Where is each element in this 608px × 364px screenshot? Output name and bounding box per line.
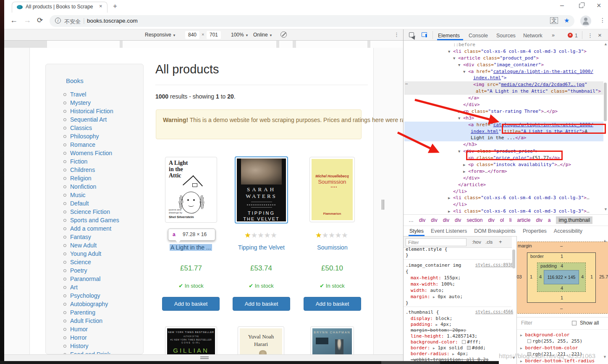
zoom-select[interactable]: 100% ▼ xyxy=(231,32,249,38)
css-declaration[interactable]: line-height: 1.42857143; xyxy=(411,333,477,339)
sidebar-item[interactable]: Science xyxy=(59,258,143,266)
sidebar-item[interactable]: Sequential Art xyxy=(59,115,143,124)
sidebar-item[interactable]: Religion xyxy=(59,174,143,182)
attribute-link[interactable]: index.html xyxy=(473,75,501,81)
devtools-close-icon[interactable]: × xyxy=(598,31,602,39)
css-declaration[interactable]: width: auto; xyxy=(411,288,444,293)
expander-icon[interactable]: ▼ xyxy=(453,55,458,62)
tree-node[interactable]: </article> xyxy=(404,182,603,188)
product-image-5[interactable]: Yuval Noah Harari xyxy=(238,326,284,354)
product-image-2[interactable]: SARAH WATERS TIPPING THE VELVET xyxy=(235,156,288,224)
hov-toggle[interactable]: :hov xyxy=(472,239,481,244)
tree-node[interactable]: </li> xyxy=(404,188,603,195)
sidebar-item[interactable]: Fantasy xyxy=(59,233,143,241)
breadcrumb-item-selected[interactable]: img.thumbnail xyxy=(556,216,592,224)
sidebar-item[interactable]: Add a comment xyxy=(59,224,143,233)
stylesheet-link[interactable]: styles.css:8930 xyxy=(475,263,513,267)
show-all-checkbox[interactable] xyxy=(572,321,577,325)
product-image-6[interactable]: BRYNN CHAPMAN xyxy=(310,326,354,354)
css-selector[interactable]: .thumbnail { xyxy=(406,309,439,315)
breadcrumb-item[interactable]: div xyxy=(488,217,494,223)
sidebar-item[interactable]: Horror xyxy=(59,333,143,342)
color-swatch[interactable] xyxy=(467,346,471,350)
scrollbar-down-arrow[interactable]: ▼ xyxy=(603,355,607,359)
tree-node-hovered[interactable]: <img src="media/cache/2c/da/2cdad67….jpg… xyxy=(404,81,603,88)
cls-toggle[interactable]: .cls xyxy=(485,239,493,244)
sidebar-item[interactable]: Autobiography xyxy=(59,300,143,308)
add-to-basket-button[interactable]: Add to basket xyxy=(233,297,290,311)
tab-network[interactable]: Network xyxy=(523,33,542,39)
product-title[interactable]: Soumission xyxy=(304,244,361,251)
browser-menu-icon[interactable]: ⋮ xyxy=(600,17,605,23)
styles-filter-input[interactable]: Filter xyxy=(406,238,466,246)
breadcrumb-item[interactable]: section xyxy=(466,217,482,223)
css-rule-element-style[interactable]: element.style { xyxy=(406,247,447,252)
expander-icon[interactable]: ▼ xyxy=(463,69,468,75)
computed-filter-input[interactable]: Filter xyxy=(521,320,532,326)
css-declaration[interactable]: background-color: #fff; xyxy=(411,339,481,345)
tree-node[interactable]: ▶<form>…</form> xyxy=(404,168,603,175)
tree-node[interactable]: </li> xyxy=(404,201,603,208)
add-to-basket-button[interactable]: Add to basket xyxy=(162,297,220,311)
sidebar-item[interactable]: Nonfiction xyxy=(59,182,143,191)
color-swatch[interactable] xyxy=(462,340,466,344)
sidebar-item[interactable]: Travel xyxy=(59,90,143,99)
sidebar-item[interactable]: Science Fiction xyxy=(59,208,143,216)
viewport-height-input[interactable]: 701 xyxy=(207,31,221,39)
css-declaration[interactable]: border: ▶ 1px solid #ddd; xyxy=(411,345,486,351)
css-declaration[interactable]: border-radius: ▶ 4px; xyxy=(411,351,468,356)
css-declaration[interactable]: max-width: 100%; xyxy=(411,281,455,287)
sidebar-item[interactable]: Psychology xyxy=(59,291,143,300)
sidebar-item[interactable]: Adult Fiction xyxy=(59,317,143,325)
security-label[interactable]: 不安全 xyxy=(64,18,81,26)
attribute-link[interactable]: media/cache/2c/da/2cdad67….jpg xyxy=(501,82,584,87)
breadcrumb-item[interactable]: a xyxy=(548,217,551,223)
close-window-button[interactable]: × xyxy=(597,1,601,10)
sidebar-item[interactable]: Classics xyxy=(59,124,143,132)
stylesheet-link[interactable]: styles.css:4566 xyxy=(475,309,513,314)
sidebar-item[interactable]: Romance xyxy=(59,140,143,149)
devtools-menu-icon[interactable]: ⋮ xyxy=(587,32,593,39)
sidebar-item[interactable]: Young Adult xyxy=(59,250,143,258)
tab-console[interactable]: Console xyxy=(469,33,488,39)
css-declaration[interactable]: max-height: 155px; xyxy=(411,275,461,281)
sidebar-item[interactable]: Food and Drink xyxy=(59,350,143,354)
forward-icon[interactable]: → xyxy=(24,16,31,25)
tree-node[interactable]: ▶<li class="col-xs-6 col-sm-4 col-md-3 c… xyxy=(404,195,603,201)
product-image-3[interactable]: Michel Houellebecq Soumission Flammarion xyxy=(309,157,355,222)
viewport-width-input[interactable]: 840 xyxy=(185,31,199,39)
new-tab-button[interactable]: + xyxy=(113,2,117,10)
sidebar-item[interactable]: Philosophy xyxy=(59,132,143,140)
device-toolbar-menu-icon[interactable]: ⋮ xyxy=(394,31,399,38)
expander-icon[interactable]: ▶ xyxy=(448,208,453,214)
breadcrumb-item[interactable]: … xyxy=(409,217,414,223)
tab-sources[interactable]: Sources xyxy=(496,33,516,39)
attribute-link[interactable]: catalogue/a-light-in-the-attic_1000/ xyxy=(493,69,593,74)
reload-icon[interactable]: ⟳ xyxy=(37,16,43,25)
sidebar-item[interactable]: Historical Fiction xyxy=(59,107,143,115)
minimize-button[interactable]: – xyxy=(560,2,564,9)
sidebar-item[interactable]: New Adult xyxy=(59,241,143,250)
sidebar-books-link[interactable]: Books xyxy=(66,77,84,84)
tree-node[interactable]: index.html"> xyxy=(404,75,603,81)
tree-node[interactable]: ▶<p class="instock availability">…</p> xyxy=(404,161,603,168)
sidebar-item[interactable]: Art xyxy=(59,283,143,291)
computed-property[interactable]: ▶ border-bottom-color xyxy=(520,345,578,351)
sidebar-item[interactable]: Sports and Games xyxy=(59,216,143,224)
product-image-4[interactable]: NEW YORK TIMES BESTSELLER AUTHOR OF THE … xyxy=(165,326,217,354)
sidebar-item[interactable]: Womens Fiction xyxy=(59,149,143,157)
tab-accessibility[interactable]: Accessibility xyxy=(554,228,582,234)
css-declaration[interactable]: padding: ▶ 4px; xyxy=(411,322,452,327)
tree-node[interactable]: </div> xyxy=(404,175,603,182)
scrollbar-thumb[interactable] xyxy=(512,250,515,268)
expander-icon[interactable]: ▶ xyxy=(463,162,468,169)
scrollbar-down-arrow[interactable]: ▼ xyxy=(604,207,608,211)
breadcrumb-item[interactable]: div xyxy=(431,217,437,223)
tab-close-icon[interactable]: × xyxy=(99,3,102,9)
sidebar-item[interactable]: History xyxy=(59,342,143,350)
sidebar-item[interactable]: Parenting xyxy=(59,308,143,317)
add-to-basket-button[interactable]: Add to basket xyxy=(304,297,361,311)
sidebar-item[interactable]: Music xyxy=(59,191,143,199)
sidebar-item[interactable]: Paranormal xyxy=(59,275,143,283)
new-rule-button[interactable]: + xyxy=(499,239,502,245)
